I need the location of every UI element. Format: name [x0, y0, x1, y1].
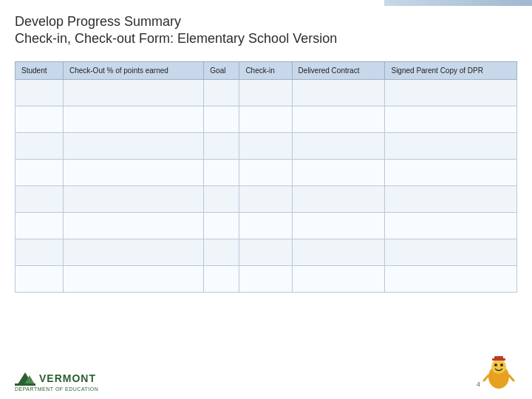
cell-deliveredContract: [292, 159, 385, 185]
table-header-row: Student Check-Out % of points earned Goa…: [16, 61, 517, 79]
col-header-goal: Goal: [204, 61, 239, 79]
table-body: [16, 79, 517, 292]
cell-deliveredContract: [292, 185, 385, 212]
progress-table: Student Check-Out % of points earned Goa…: [15, 61, 517, 293]
svg-line-9: [484, 375, 488, 381]
table-row: [16, 106, 517, 132]
cell-checkIn: [239, 159, 292, 185]
cell-goal: [204, 185, 239, 212]
vermont-logo-inner: VERMONT: [15, 371, 96, 386]
cell-signedParentCopy: [385, 185, 517, 212]
svg-point-4: [491, 359, 506, 374]
table-row: [16, 185, 517, 212]
mascot-svg: [480, 355, 517, 392]
footer-mascot: [480, 355, 517, 392]
col-header-signed-parent: Signed Parent Copy of DPR: [385, 61, 517, 79]
cell-deliveredContract: [292, 239, 385, 265]
cell-checkIn: [239, 212, 292, 239]
cell-checkOut: [63, 79, 203, 106]
cell-goal: [204, 159, 239, 185]
cell-goal: [204, 106, 239, 132]
cell-checkOut: [63, 132, 203, 159]
title-line2: Check-in, Check-out Form: Elementary Sch…: [15, 31, 337, 46]
cell-signedParentCopy: [385, 132, 517, 159]
cell-checkOut: [63, 185, 203, 212]
cell-checkIn: [239, 239, 292, 265]
cell-signedParentCopy: [385, 265, 517, 292]
vermont-label: VERMONT: [39, 372, 96, 384]
cell-student: [16, 265, 64, 292]
cell-deliveredContract: [292, 79, 385, 106]
svg-line-10: [509, 375, 514, 381]
cell-signedParentCopy: [385, 239, 517, 265]
svg-rect-2: [15, 383, 35, 386]
table-container: Student Check-Out % of points earned Goa…: [0, 61, 532, 293]
cell-student: [16, 106, 64, 132]
table-row: [16, 132, 517, 159]
cell-student: [16, 79, 64, 106]
table-row: [16, 159, 517, 185]
header-section: Develop Progress Summary Check-in, Check…: [0, 0, 532, 55]
cell-checkIn: [239, 185, 292, 212]
cell-deliveredContract: [292, 132, 385, 159]
cell-deliveredContract: [292, 212, 385, 239]
cell-goal: [204, 132, 239, 159]
title-line1: Develop Progress Summary: [15, 14, 181, 29]
cell-signedParentCopy: [385, 159, 517, 185]
cell-checkIn: [239, 132, 292, 159]
footer: VERMONT DEPARTMENT OF EDUCATION: [0, 355, 532, 392]
cell-student: [16, 185, 64, 212]
cell-signedParentCopy: [385, 79, 517, 106]
cell-checkOut: [63, 212, 203, 239]
cell-signedParentCopy: [385, 212, 517, 239]
cell-checkOut: [63, 265, 203, 292]
table-row: [16, 239, 517, 265]
cell-signedParentCopy: [385, 106, 517, 132]
cell-deliveredContract: [292, 265, 385, 292]
page-container: Develop Progress Summary Check-in, Check…: [0, 0, 532, 399]
cell-checkIn: [239, 265, 292, 292]
col-header-checkin: Check-in: [239, 61, 292, 79]
page-title: Develop Progress Summary Check-in, Check…: [15, 13, 517, 48]
vermont-logo: VERMONT DEPARTMENT OF EDUCATION: [15, 371, 98, 392]
svg-point-5: [494, 364, 497, 366]
col-header-checkout: Check-Out % of points earned: [63, 61, 203, 79]
col-header-student: Student: [16, 61, 64, 79]
table-row: [16, 79, 517, 106]
cell-goal: [204, 212, 239, 239]
cell-student: [16, 212, 64, 239]
cell-student: [16, 132, 64, 159]
page-number: 4: [477, 381, 480, 388]
cell-goal: [204, 265, 239, 292]
cell-student: [16, 159, 64, 185]
cell-checkOut: [63, 239, 203, 265]
col-header-delivered-contract: Delivered Contract: [292, 61, 385, 79]
cell-checkOut: [63, 106, 203, 132]
top-decorative-bar: [384, 0, 532, 6]
svg-point-6: [500, 364, 503, 366]
cell-deliveredContract: [292, 106, 385, 132]
table-row: [16, 265, 517, 292]
svg-rect-8: [494, 356, 503, 360]
cell-student: [16, 239, 64, 265]
dept-label: DEPARTMENT OF EDUCATION: [15, 386, 98, 392]
cell-checkIn: [239, 79, 292, 106]
vermont-mountain-icon: [15, 371, 35, 386]
cell-goal: [204, 79, 239, 106]
cell-checkIn: [239, 106, 292, 132]
table-row: [16, 212, 517, 239]
cell-checkOut: [63, 159, 203, 185]
cell-goal: [204, 239, 239, 265]
